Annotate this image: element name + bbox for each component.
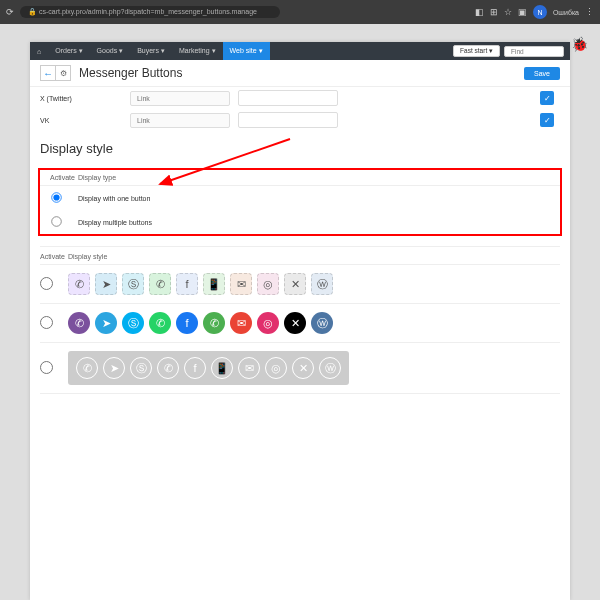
social-icon: f — [176, 312, 198, 334]
ext-icon[interactable]: ◧ — [475, 7, 484, 17]
search-input[interactable] — [504, 46, 564, 57]
row-vk: VK ✓ — [30, 109, 570, 131]
social-icon: ✉ — [230, 273, 252, 295]
box-vk[interactable] — [238, 112, 338, 128]
social-icon: ✕ — [284, 273, 306, 295]
social-icon: ✕ — [292, 357, 314, 379]
social-icon: ✆ — [76, 357, 98, 379]
qr-icon[interactable]: ⊞ — [490, 7, 498, 17]
radio-one-button[interactable] — [51, 192, 61, 202]
input-vk[interactable] — [130, 113, 230, 128]
social-icon: ⓦ — [311, 273, 333, 295]
fast-start-button[interactable]: Fast start ▾ — [453, 45, 500, 57]
nav-orders[interactable]: Orders ▾ — [48, 42, 89, 60]
social-icon: f — [176, 273, 198, 295]
radio-style-3[interactable] — [40, 361, 53, 374]
nav-marketing[interactable]: Marketing ▾ — [172, 42, 223, 60]
social-icon: ✆ — [203, 312, 225, 334]
star-icon[interactable]: ☆ — [504, 7, 512, 17]
radio-style-2[interactable] — [40, 316, 53, 329]
option-label: Display with one button — [78, 195, 150, 202]
radio-multiple[interactable] — [51, 216, 61, 226]
social-icon: ◎ — [265, 357, 287, 379]
label-twitter: X (Twitter) — [40, 95, 130, 102]
reload-icon[interactable]: ⟳ — [6, 7, 14, 17]
profile-badge[interactable]: N — [533, 5, 547, 19]
social-icon: ➤ — [103, 357, 125, 379]
style-row-3: ✆➤Ⓢ✆f📱✉◎✕ⓦ — [40, 343, 560, 394]
gear-button[interactable]: ⚙ — [55, 65, 71, 81]
error-label: Ошибка — [553, 9, 579, 16]
page-title: Messenger Buttons — [79, 66, 182, 80]
social-icon: ⓦ — [319, 357, 341, 379]
social-icon: ✉ — [238, 357, 260, 379]
box-twitter[interactable] — [238, 90, 338, 106]
nav-buyers[interactable]: Buyers ▾ — [130, 42, 172, 60]
th-style-activate: Activate — [40, 253, 68, 260]
check-twitter[interactable]: ✓ — [540, 91, 554, 105]
section-title: Display style — [30, 131, 570, 164]
top-nav: ⌂ Orders ▾ Goods ▾ Buyers ▾ Marketing ▾ … — [30, 42, 570, 60]
nav-home[interactable]: ⌂ — [30, 42, 48, 60]
th-activate: Activate — [50, 174, 78, 181]
option-multiple[interactable]: Display multiple buttons — [40, 210, 560, 234]
social-icon: 📱 — [211, 357, 233, 379]
social-icon: ◎ — [257, 312, 279, 334]
social-icon: Ⓢ — [130, 357, 152, 379]
style-row-2: ✆➤Ⓢ✆f✆✉◎✕ⓦ — [40, 304, 560, 343]
social-icon: ➤ — [95, 273, 117, 295]
check-vk[interactable]: ✓ — [540, 113, 554, 127]
social-icon: ✆ — [149, 273, 171, 295]
menu-icon[interactable]: ⋮ — [585, 7, 594, 17]
back-button[interactable]: ← — [40, 65, 56, 81]
nav-website[interactable]: Web site ▾ — [223, 42, 270, 60]
option-one-button[interactable]: Display with one button — [40, 186, 560, 210]
admin-page: ⌂ Orders ▾ Goods ▾ Buyers ▾ Marketing ▾ … — [30, 42, 570, 600]
social-icon: Ⓢ — [122, 312, 144, 334]
th-type: Display type — [78, 174, 116, 181]
highlighted-options: Activate Display type Display with one b… — [38, 168, 562, 236]
bookmark-icon[interactable]: ▣ — [518, 7, 527, 17]
page-header: ← ⚙ Messenger Buttons Save — [30, 60, 570, 87]
social-icon: ➤ — [95, 312, 117, 334]
nav-goods[interactable]: Goods ▾ — [90, 42, 131, 60]
social-icon: ✆ — [157, 357, 179, 379]
social-icon: ◎ — [257, 273, 279, 295]
social-icon: ⓦ — [311, 312, 333, 334]
social-icon: Ⓢ — [122, 273, 144, 295]
social-icon: ✕ — [284, 312, 306, 334]
social-icon: ✆ — [68, 312, 90, 334]
row-twitter: X (Twitter) ✓ — [30, 87, 570, 109]
label-vk: VK — [40, 117, 130, 124]
social-icon: ✆ — [149, 312, 171, 334]
input-twitter[interactable] — [130, 91, 230, 106]
url-bar[interactable]: 🔒 cs-cart.pixy.pro/admin.php?dispatch=mb… — [20, 6, 280, 18]
social-icon: f — [184, 357, 206, 379]
browser-chrome: ⟳ 🔒 cs-cart.pixy.pro/admin.php?dispatch=… — [0, 0, 600, 24]
social-icon: ✉ — [230, 312, 252, 334]
style-row-1: ✆➤Ⓢ✆f📱✉◎✕ⓦ — [40, 265, 560, 304]
option-label: Display multiple buttons — [78, 219, 152, 226]
radio-style-1[interactable] — [40, 277, 53, 290]
th-style: Display style — [68, 253, 107, 260]
social-icon: 📱 — [203, 273, 225, 295]
social-icon: ✆ — [68, 273, 90, 295]
bug-icon[interactable]: 🐞 — [571, 36, 588, 52]
save-button[interactable]: Save — [524, 67, 560, 80]
